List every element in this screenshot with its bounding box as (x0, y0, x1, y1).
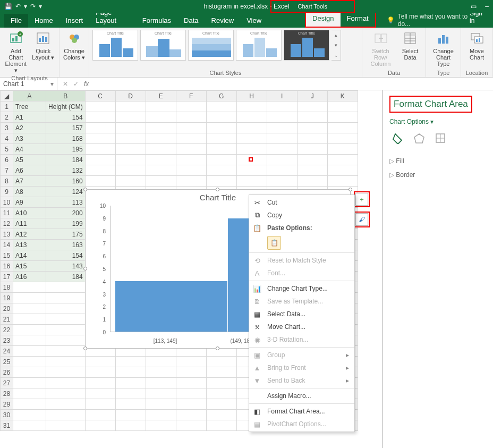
cell[interactable] (115, 399, 146, 410)
cell[interactable] (176, 410, 206, 420)
cell[interactable] (146, 165, 176, 176)
change-chart-type-button[interactable]: Change Chart Type (429, 30, 457, 67)
cell[interactable] (115, 378, 146, 388)
row-header[interactable]: 28 (1, 388, 13, 399)
cell[interactable] (46, 388, 86, 399)
minimize-icon[interactable]: – (485, 3, 489, 10)
cell[interactable] (13, 282, 46, 293)
formula-input[interactable] (98, 78, 493, 90)
cell[interactable] (297, 123, 327, 133)
col-header-A[interactable]: A (13, 91, 46, 102)
cell[interactable] (46, 346, 86, 357)
grid-row[interactable]: 4A3168 (1, 133, 358, 144)
cell[interactable] (115, 102, 146, 112)
cell[interactable] (13, 303, 46, 314)
cell[interactable]: A16 (13, 272, 46, 282)
cell[interactable] (327, 165, 358, 176)
cell[interactable] (85, 123, 115, 133)
cell[interactable] (46, 335, 86, 346)
histogram-bar[interactable] (115, 281, 228, 332)
row-header[interactable]: 2 (1, 112, 13, 123)
grid-row[interactable]: 6A5184 (1, 155, 358, 165)
cell[interactable]: 113 (46, 197, 86, 208)
cell[interactable] (85, 112, 115, 123)
cell[interactable]: 184 (46, 155, 86, 165)
cell[interactable] (146, 176, 176, 187)
cell[interactable]: 154 (46, 112, 86, 123)
cell[interactable] (115, 410, 146, 420)
row-header[interactable]: 5 (1, 144, 13, 155)
row-header[interactable]: 27 (1, 378, 13, 388)
row-header[interactable]: 7 (1, 165, 13, 176)
cell[interactable] (85, 102, 115, 112)
cell[interactable] (206, 102, 236, 112)
cancel-icon[interactable]: ✕ (63, 80, 68, 88)
cell[interactable] (115, 165, 146, 176)
cell[interactable] (267, 165, 297, 176)
cell[interactable]: A12 (13, 229, 46, 240)
cell[interactable] (176, 420, 206, 431)
ctx-select-data[interactable]: ▦Select Data... (249, 308, 354, 320)
row-header[interactable]: 21 (1, 314, 13, 325)
ctx-copy[interactable]: ⧉Copy (249, 209, 354, 222)
row-header[interactable]: 1 (1, 102, 13, 112)
cell[interactable] (206, 420, 236, 431)
cell[interactable] (115, 388, 146, 399)
col-header-J[interactable]: J (297, 91, 327, 102)
cell[interactable]: 200 (46, 208, 86, 218)
chart-style-1[interactable]: Chart Title (92, 30, 138, 61)
cell[interactable] (146, 367, 176, 378)
cell[interactable] (115, 112, 146, 123)
cell[interactable] (267, 123, 297, 133)
cell[interactable] (206, 357, 236, 367)
cell[interactable] (176, 102, 206, 112)
cell[interactable] (46, 293, 86, 303)
cell[interactable]: 163 (46, 240, 86, 250)
tab-data[interactable]: Data (177, 14, 205, 28)
cell[interactable] (13, 293, 46, 303)
ctx-assign-macro[interactable]: Assign Macro... (249, 390, 354, 402)
cell[interactable]: 168 (46, 133, 86, 144)
row-header[interactable]: 6 (1, 155, 13, 165)
cell[interactable] (297, 176, 327, 187)
cell[interactable]: A10 (13, 208, 46, 218)
row-header[interactable]: 13 (1, 229, 13, 240)
row-header[interactable]: 15 (1, 250, 13, 261)
row-header[interactable]: 8 (1, 176, 13, 187)
cell[interactable] (13, 388, 46, 399)
row-header[interactable]: 31 (1, 420, 13, 431)
col-header-K[interactable]: K (327, 91, 358, 102)
row-header[interactable]: 11 (1, 208, 13, 218)
cell[interactable] (146, 102, 176, 112)
row-header[interactable]: 29 (1, 399, 13, 410)
cell[interactable]: Tree (13, 102, 46, 112)
col-header-E[interactable]: E (146, 91, 176, 102)
cell[interactable]: A3 (13, 133, 46, 144)
cell[interactable] (206, 123, 236, 133)
qat-more-icon[interactable]: ▾ (24, 3, 27, 10)
cell[interactable]: A5 (13, 155, 46, 165)
cell[interactable] (176, 378, 206, 388)
chart-elements-button[interactable]: ＋ (355, 193, 368, 206)
cell[interactable] (327, 144, 358, 155)
tab-insert[interactable]: Insert (60, 14, 90, 28)
chart-style-3[interactable]: Chart Title (188, 30, 234, 61)
cell[interactable] (176, 367, 206, 378)
cell[interactable] (327, 155, 358, 165)
cell[interactable] (297, 155, 327, 165)
cell[interactable] (176, 399, 206, 410)
chart-style-4[interactable]: Chart Title (236, 30, 282, 61)
cell[interactable]: 154 (46, 250, 86, 261)
col-header-G[interactable]: G (206, 91, 236, 102)
undo-icon[interactable]: ↶ (15, 3, 21, 10)
cell[interactable] (327, 112, 358, 123)
col-header-H[interactable]: H (236, 91, 267, 102)
cell[interactable]: A15 (13, 261, 46, 272)
cell[interactable] (206, 165, 236, 176)
ribbon-options-icon[interactable]: ▭ (471, 3, 477, 10)
styles-gallery-more[interactable]: ▴▾⌄ (332, 30, 341, 61)
col-header-D[interactable]: D (115, 91, 146, 102)
fx-icon[interactable]: fx (84, 80, 93, 88)
row-header[interactable]: 26 (1, 367, 13, 378)
change-colors-button[interactable]: Change Colors ▾ (63, 30, 86, 61)
